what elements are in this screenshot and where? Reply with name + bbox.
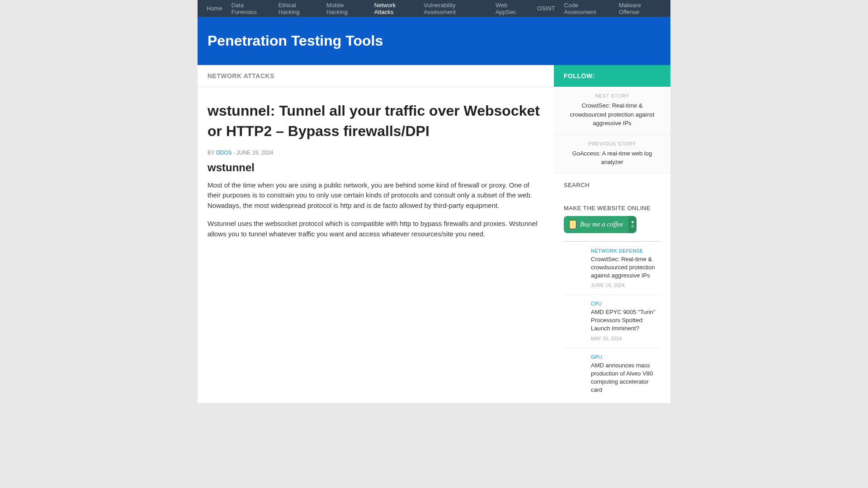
coffee-cup-icon	[569, 220, 576, 229]
site-header: Penetration Testing Tools	[198, 17, 670, 65]
nav-vulnerability-assessment[interactable]: Vulnerability Assessment	[419, 2, 491, 15]
donate-heading: MAKE THE WEBSITE ONLINE	[564, 205, 660, 211]
nav-osint[interactable]: OSINT	[533, 5, 560, 12]
sidebar: FOLLOW: NEXT STORY CrowdSec: Real-time &…	[554, 65, 670, 403]
bmc-text: Buy me a coffee	[580, 221, 623, 228]
article-meta: BY DDOS · JUNE 19, 2024	[208, 150, 544, 156]
follow-heading: FOLLOW:	[554, 65, 670, 87]
post-date: JUNE 19, 2024	[591, 282, 660, 288]
search-heading: SEARCH	[564, 182, 660, 188]
post-title-link[interactable]: CrowdSec: Real-time & crowdsourced prote…	[591, 255, 660, 280]
nav-mobile-hacking[interactable]: Mobile Hacking	[322, 2, 370, 15]
author-link[interactable]: DDOS	[216, 150, 232, 156]
article-paragraph: Wstunnel uses the websocket protocol whi…	[208, 219, 544, 239]
meta-by: BY	[208, 150, 216, 156]
nav-data-forensics[interactable]: Data Forensics	[227, 2, 274, 15]
previous-story-title: GoAccess: A real-time web log analyzer	[563, 149, 661, 167]
post-item[interactable]: GPU AMD announces mass production of Alv…	[564, 347, 660, 404]
article-date: JUNE 19, 2024	[236, 150, 273, 156]
next-story-link[interactable]: NEXT STORY CrowdSec: Real-time & crowdso…	[554, 87, 670, 135]
post-category-link[interactable]: GPU	[591, 354, 660, 360]
post-item[interactable]: NETWORK DEFENSE CrowdSec: Real-time & cr…	[564, 241, 660, 295]
donate-section: MAKE THE WEBSITE ONLINE Buy me a coffee …	[554, 197, 670, 241]
nav-code-assessment[interactable]: Code Assessment	[560, 2, 614, 15]
top-nav: Home Data Forensics Ethical Hacking Mobi…	[198, 0, 670, 17]
nav-home[interactable]: Home	[202, 5, 227, 12]
bmc-count: 0	[632, 225, 634, 229]
main-content: NETWORK ATTACKS wstunnel: Tunnel all you…	[198, 65, 554, 403]
article: wstunnel: Tunnel all your traffic over W…	[198, 87, 554, 261]
post-date: MAY 20, 2024	[591, 336, 660, 341]
post-item[interactable]: CPU AMD EPYC 9005 "Turin" Processors Spo…	[564, 294, 660, 347]
category-bar: NETWORK ATTACKS	[198, 65, 554, 87]
next-story-title: CrowdSec: Real-time & crowdsourced prote…	[563, 101, 661, 128]
next-story-label: NEXT STORY	[563, 93, 661, 99]
post-title-link[interactable]: AMD EPYC 9005 "Turin" Processors Spotted…	[591, 308, 660, 333]
post-title-link[interactable]: AMD announces mass production of Alveo V…	[591, 361, 660, 394]
previous-story-label: PREVIOUS STORY	[563, 141, 661, 146]
nav-malware-offense[interactable]: Malware Offense	[614, 2, 666, 15]
post-category-link[interactable]: CPU	[591, 301, 660, 306]
meta-sep: ·	[232, 150, 236, 156]
nav-network-attacks[interactable]: Network Attacks	[370, 2, 420, 15]
article-subtitle: wstunnel	[208, 161, 544, 174]
previous-story-link[interactable]: PREVIOUS STORY GoAccess: A real-time web…	[554, 135, 670, 174]
article-title: wstunnel: Tunnel all your traffic over W…	[208, 101, 544, 141]
bmc-left: Buy me a coffee	[564, 216, 628, 233]
nav-ethical-hacking[interactable]: Ethical Hacking	[274, 2, 322, 15]
post-category-link[interactable]: NETWORK DEFENSE	[591, 248, 660, 253]
buy-me-a-coffee-button[interactable]: Buy me a coffee ♥ 0	[564, 216, 637, 233]
site-title[interactable]: Penetration Testing Tools	[208, 33, 660, 49]
nav-web-appsec[interactable]: Web AppSec	[491, 2, 533, 15]
article-paragraph: Most of the time when you are using a pu…	[208, 180, 544, 211]
bmc-count-badge: ♥ 0	[628, 216, 637, 233]
category-link[interactable]: NETWORK ATTACKS	[208, 72, 274, 80]
recent-posts-list: NETWORK DEFENSE CrowdSec: Real-time & cr…	[554, 241, 670, 404]
search-section: SEARCH	[554, 174, 670, 197]
